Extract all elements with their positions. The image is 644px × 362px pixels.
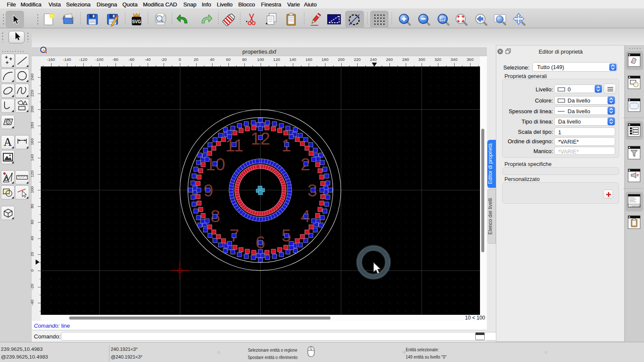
svg-text:A: A — [3, 136, 12, 148]
svg-text:c:\command: c:\command — [630, 205, 641, 207]
svg-text:SVG: SVG — [132, 19, 141, 24]
